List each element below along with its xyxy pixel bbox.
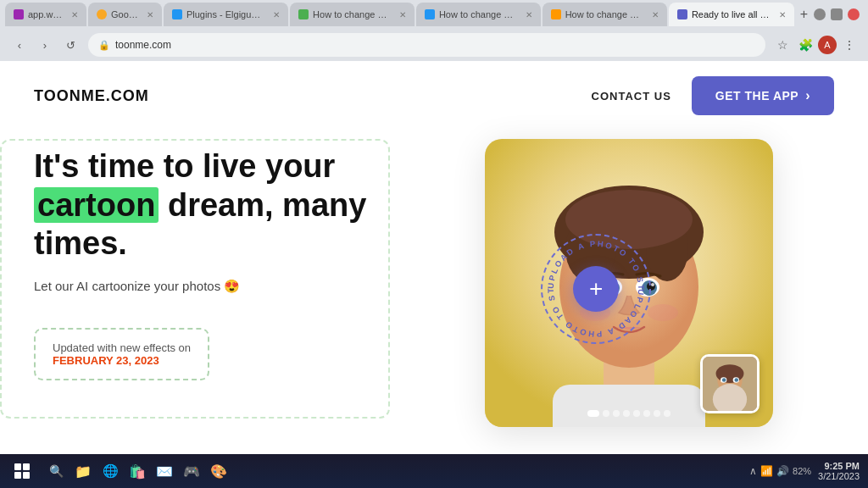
taskbar-games-icon[interactable]: 🎮 <box>180 459 203 483</box>
update-text: Updated with new effects on <box>53 341 191 354</box>
browser-tab-3[interactable]: Plugins - Elgigunjic.com — W... ✕ <box>164 3 288 26</box>
profile-icon[interactable]: A <box>818 36 837 54</box>
hero-section: It's time to live your cartoon dream, ma… <box>0 130 868 435</box>
small-thumb-image <box>703 357 757 411</box>
new-tab-button[interactable]: + <box>796 3 812 26</box>
dot-8 <box>664 410 670 417</box>
svg-point-21 <box>713 384 747 413</box>
svg-rect-2 <box>553 385 705 427</box>
battery-text: 82% <box>793 466 811 476</box>
maximize-button[interactable] <box>831 8 843 20</box>
taskbar-search-icon[interactable]: 🔍 <box>44 459 68 483</box>
taskbar-mail-icon[interactable]: ✉️ <box>153 459 176 483</box>
windows-logo-icon <box>14 463 30 479</box>
forward-button[interactable]: › <box>34 34 56 56</box>
card-dots <box>587 410 670 417</box>
taskbar-files-icon[interactable]: 📁 <box>71 459 95 483</box>
dot-5 <box>633 410 640 417</box>
browser-tab-4[interactable]: How to change your photo int... ✕ <box>290 3 415 26</box>
hero-text: It's time to live your cartoon dream, ma… <box>34 130 424 435</box>
extensions-icon[interactable]: 🧩 <box>795 35 815 55</box>
hero-title: It's time to live your cartoon dream, ma… <box>34 147 424 263</box>
time-display: 9:25 PM <box>818 461 860 471</box>
hero-title-line3: times. <box>34 225 127 261</box>
svg-point-25 <box>734 378 738 382</box>
update-box: Updated with new effects on FEBRUARY 23,… <box>34 328 209 380</box>
hero-image-area: UPLOAD A PHOTO TO START • UPLOAD A PHOTO… <box>424 130 834 435</box>
browser-tab-1[interactable]: app.wanders.co ✕ <box>5 3 86 26</box>
get-app-button[interactable]: GET THE APP › <box>692 76 834 115</box>
date-display: 3/21/2023 <box>818 471 860 481</box>
back-button[interactable]: ‹ <box>8 34 31 56</box>
address-bar: ‹ › ↺ 🔒 toonme.com ☆ 🧩 A ⋮ <box>0 29 868 61</box>
browser-tab-6[interactable]: How to change photo to carto... ✕ <box>542 3 667 26</box>
browser-tab-2[interactable]: Google Keep ✕ <box>88 3 162 26</box>
chevron-up-icon[interactable]: ∧ <box>749 465 757 477</box>
browser-tab-7[interactable]: Ready to live all your cartoon ... ✕ <box>669 3 794 26</box>
lock-icon: 🔒 <box>98 40 110 51</box>
system-tray-icons: ∧ 📶 🔊 82% <box>749 465 811 477</box>
svg-point-17 <box>648 304 678 321</box>
upload-ring: + <box>541 234 651 344</box>
upload-plus-button[interactable]: + <box>573 266 619 312</box>
dot-3 <box>613 410 620 417</box>
url-text: toonme.com <box>115 39 171 51</box>
network-icon[interactable]: 📶 <box>760 465 773 477</box>
small-thumbnail <box>700 354 760 413</box>
dot-7 <box>654 410 660 417</box>
svg-point-15 <box>651 283 654 286</box>
close-button[interactable] <box>848 8 860 20</box>
website-content: TOONME.COM CONTACT US GET THE APP › It's… <box>0 61 868 454</box>
dot-1 <box>587 410 599 417</box>
clock-display[interactable]: 9:25 PM 3/21/2023 <box>818 461 860 481</box>
svg-point-24 <box>722 378 726 382</box>
hero-title-line1: It's time to live your <box>34 148 335 184</box>
upload-circle[interactable]: UPLOAD A PHOTO TO START • UPLOAD A PHOTO… <box>541 234 651 344</box>
taskbar-icons: 🔍 📁 🌐 🛍️ ✉️ 🎮 🎨 <box>44 459 231 483</box>
site-logo: TOONME.COM <box>34 87 149 105</box>
taskbar: 🔍 📁 🌐 🛍️ ✉️ 🎮 🎨 ∧ 📶 🔊 82% 9:25 PM 3/21/2… <box>0 454 868 488</box>
taskbar-right: ∧ 📶 🔊 82% 9:25 PM 3/21/2023 <box>749 461 860 481</box>
dot-6 <box>643 410 650 417</box>
browser-chrome: app.wanders.co ✕ Google Keep ✕ Plugins -… <box>0 0 868 61</box>
taskbar-store-icon[interactable]: 🛍️ <box>125 459 149 483</box>
update-date: FEBRUARY 23, 2023 <box>53 354 159 367</box>
tab-bar: app.wanders.co ✕ Google Keep ✕ Plugins -… <box>0 0 868 29</box>
dot-4 <box>623 410 630 417</box>
hero-title-line2: dream, many <box>168 187 366 223</box>
contact-link[interactable]: CONTACT US <box>592 90 671 103</box>
taskbar-app5-icon[interactable]: 🎨 <box>207 459 231 483</box>
site-header: TOONME.COM CONTACT US GET THE APP › <box>0 61 868 130</box>
bookmark-icon[interactable]: ☆ <box>772 35 793 55</box>
hero-subtitle: Let our AI cartoonize your photos 😍 <box>34 279 424 294</box>
taskbar-browser-icon[interactable]: 🌐 <box>98 459 122 483</box>
get-app-arrow-icon: › <box>805 88 810 103</box>
hero-title-highlight: cartoon <box>34 187 159 223</box>
url-bar[interactable]: 🔒 toonme.com <box>88 33 765 57</box>
refresh-button[interactable]: ↺ <box>59 34 81 56</box>
start-button[interactable] <box>8 458 36 485</box>
volume-icon[interactable]: 🔊 <box>776 465 789 477</box>
more-options-icon[interactable]: ⋮ <box>839 35 860 55</box>
minimize-button[interactable] <box>814 8 826 20</box>
svg-point-20 <box>716 364 744 383</box>
dot-2 <box>603 410 609 417</box>
browser-tab-5[interactable]: How to change your photo int... ✕ <box>416 3 541 26</box>
site-nav: CONTACT US GET THE APP › <box>592 76 834 115</box>
get-app-label: GET THE APP <box>715 89 798 103</box>
